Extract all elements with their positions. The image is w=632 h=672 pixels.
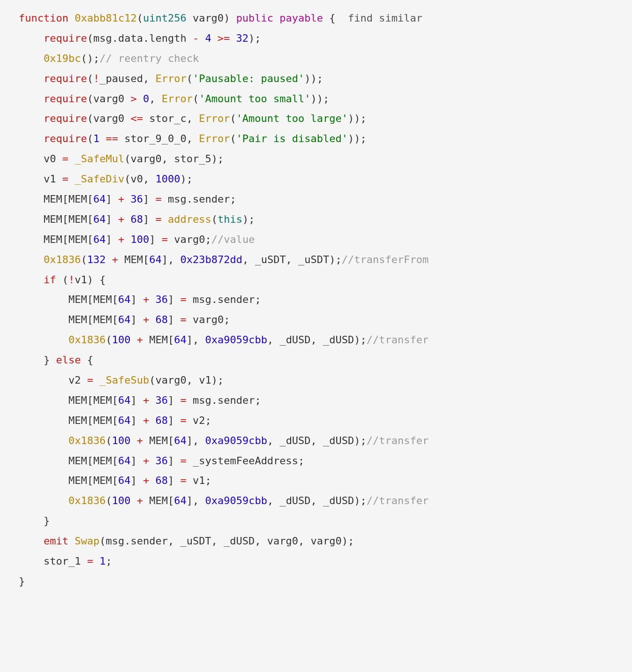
indent bbox=[19, 113, 44, 124]
number-64: 64 bbox=[93, 234, 106, 245]
op-plus: + bbox=[118, 234, 124, 245]
comment: // reentry check bbox=[99, 53, 199, 64]
keyword-else: else bbox=[56, 354, 81, 366]
error-call: Error bbox=[162, 93, 193, 105]
number-36: 36 bbox=[130, 193, 143, 205]
op-lte: <= bbox=[130, 113, 143, 124]
val: msg.sender; bbox=[187, 294, 261, 305]
expr: stor_c, bbox=[143, 113, 199, 124]
code-line: MEM[MEM[64] + 36] = msg.sender; bbox=[19, 394, 261, 406]
code-line: v0 = _SafeMul(varg0, stor_5); bbox=[19, 153, 224, 165]
brace-close: } bbox=[44, 515, 50, 527]
code-line: require(1 == stor_9_0_0, Error('Pair is … bbox=[19, 133, 367, 144]
bracket: ], bbox=[187, 495, 205, 506]
selector: 0x23b872dd bbox=[180, 254, 242, 265]
args: , _dUSD, _dUSD); bbox=[267, 334, 367, 346]
op-assign: = bbox=[180, 455, 186, 467]
sp bbox=[199, 32, 205, 44]
sp bbox=[162, 213, 168, 225]
bracket: ] bbox=[105, 234, 118, 245]
sp bbox=[93, 374, 99, 386]
mem: MEM[ bbox=[149, 495, 174, 506]
number-64: 64 bbox=[118, 455, 131, 467]
number-68: 68 bbox=[130, 213, 143, 225]
code-line: require(varg0 <= stor_c, Error('Amount t… bbox=[19, 113, 367, 124]
bracket: ] bbox=[130, 394, 143, 406]
paren-close: )); bbox=[348, 113, 367, 124]
number-100: 100 bbox=[112, 495, 131, 506]
brace-open: { bbox=[81, 354, 93, 366]
code-line: 0x1836(132 + MEM[64], 0x23b872dd, _uSDT,… bbox=[19, 254, 429, 265]
bracket: ] bbox=[105, 213, 118, 225]
sp bbox=[149, 415, 155, 426]
code-line: v1 = _SafeDiv(v0, 1000); bbox=[19, 173, 193, 185]
mem: MEM[MEM[ bbox=[68, 394, 118, 406]
string-literal: 'Amount too large' bbox=[236, 113, 348, 124]
function-call: 0x1836 bbox=[44, 254, 81, 265]
indent bbox=[19, 32, 44, 44]
number-64: 64 bbox=[118, 475, 131, 486]
ident: v2 bbox=[68, 374, 87, 386]
bracket: ] bbox=[130, 455, 143, 467]
code-line: require(varg0 > 0, Error('Amount too sma… bbox=[19, 93, 329, 105]
mem: MEM[ bbox=[149, 334, 174, 346]
mem: MEM[MEM[ bbox=[44, 234, 93, 245]
op-assign: = bbox=[180, 314, 186, 325]
function-name: 0xabb81c12 bbox=[75, 12, 136, 24]
op-assign: = bbox=[62, 153, 68, 165]
code-line: MEM[MEM[64] + 68] = v1; bbox=[19, 475, 211, 486]
indent bbox=[19, 53, 44, 64]
number-36: 36 bbox=[155, 294, 168, 305]
indent bbox=[19, 193, 44, 205]
function-call: _SafeDiv bbox=[75, 173, 124, 185]
mem: MEM[MEM[ bbox=[44, 213, 93, 225]
string-literal: 'Amount too small' bbox=[199, 93, 310, 105]
indent bbox=[19, 73, 44, 84]
paren-close: ); bbox=[242, 213, 255, 225]
sp bbox=[149, 475, 155, 486]
op-plus: + bbox=[118, 193, 124, 205]
number-64: 64 bbox=[174, 495, 187, 506]
op-plus: + bbox=[130, 495, 149, 506]
indent bbox=[19, 173, 44, 185]
bracket: ] bbox=[168, 314, 181, 325]
indent bbox=[19, 455, 68, 467]
val: v1; bbox=[187, 475, 211, 486]
brace-close: } bbox=[19, 575, 25, 587]
args: , _uSDT, _uSDT); bbox=[242, 254, 342, 265]
selector: 0xa9059cbb bbox=[205, 495, 267, 506]
op-gt: > bbox=[130, 93, 136, 105]
val: msg.sender; bbox=[162, 193, 236, 205]
val: v2; bbox=[187, 415, 211, 426]
op-plus: + bbox=[143, 394, 149, 406]
function-call: _SafeSub bbox=[99, 374, 149, 386]
op-not: ! bbox=[68, 274, 75, 286]
keyword-require: require bbox=[44, 133, 87, 144]
code-line: 0x19bc();// reentry check bbox=[19, 53, 199, 64]
paren-close: )); bbox=[304, 73, 323, 84]
sp bbox=[124, 193, 130, 205]
keyword-require: require bbox=[44, 73, 87, 84]
mem: MEM[MEM[ bbox=[68, 455, 118, 467]
mem: MEM[MEM[ bbox=[68, 475, 118, 486]
bracket: ] bbox=[130, 294, 143, 305]
number-64: 64 bbox=[118, 394, 131, 406]
expr: (msg.data.length bbox=[87, 32, 193, 44]
paren-open: ( bbox=[230, 113, 236, 124]
number-68: 68 bbox=[155, 314, 168, 325]
op-assign: = bbox=[162, 234, 168, 245]
number-36: 36 bbox=[155, 455, 168, 467]
keyword-public: public bbox=[236, 12, 273, 24]
number-64: 64 bbox=[149, 254, 162, 265]
code-line: 0x1836(100 + MEM[64], 0xa9059cbb, _dUSD,… bbox=[19, 334, 429, 346]
paren-open: ( bbox=[105, 334, 112, 346]
selector: 0xa9059cbb bbox=[205, 334, 267, 346]
bracket: ], bbox=[187, 435, 205, 446]
bracket: ] bbox=[168, 294, 181, 305]
find-similar-link[interactable]: find similar bbox=[348, 12, 422, 24]
error-call: Error bbox=[155, 73, 186, 84]
op-assign: = bbox=[155, 193, 161, 205]
semi: ); bbox=[248, 32, 261, 44]
comment: //transferFrom bbox=[342, 254, 429, 265]
mem: MEM[MEM[ bbox=[44, 193, 93, 205]
